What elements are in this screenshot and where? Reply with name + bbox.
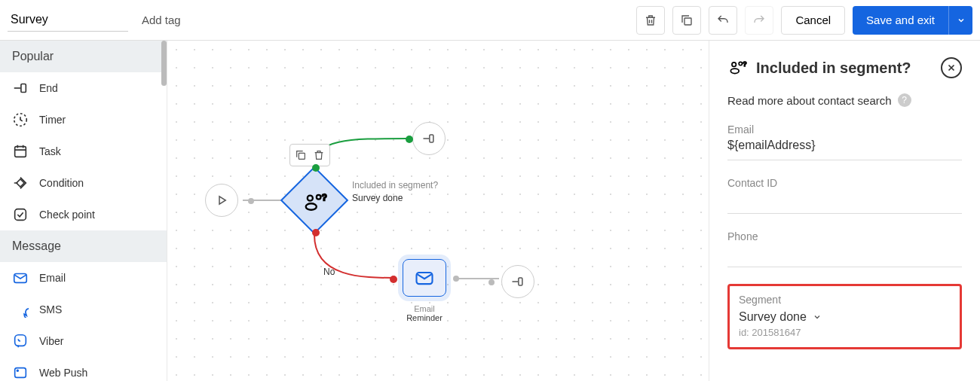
field-segment-highlighted: Segment Survey done id: 201581647 [727, 284, 962, 349]
save-options-caret[interactable] [948, 6, 972, 35]
section-message: Message [0, 230, 167, 262]
svg-rect-10 [299, 153, 305, 159]
cancel-button[interactable]: Cancel [781, 6, 845, 35]
viber-icon [12, 333, 29, 349]
end-icon [510, 274, 525, 289]
field-value[interactable] [727, 192, 962, 209]
copy-icon [680, 14, 694, 27]
email-caption: Email Reminder [400, 304, 449, 322]
svg-point-12 [306, 203, 317, 210]
sidebar-item-end[interactable]: End [0, 72, 167, 104]
email-icon [414, 267, 435, 288]
field-label: Phone [727, 230, 962, 242]
field-contact-id[interactable]: Contact ID [727, 177, 962, 214]
close-icon [946, 62, 957, 73]
connector-out[interactable] [453, 276, 459, 282]
svg-point-11 [308, 196, 313, 201]
edge-no-label: No [323, 267, 335, 277]
svg-rect-0 [684, 18, 691, 25]
svg-rect-17 [519, 278, 522, 285]
sidebar-item-label: Timer [39, 114, 66, 126]
add-tag-button[interactable]: Add tag [136, 9, 187, 31]
save-and-exit-button[interactable]: Save and exit [853, 6, 948, 35]
redo-button[interactable] [745, 6, 773, 35]
section-popular: Popular [0, 41, 167, 72]
end-node-after-email[interactable] [501, 265, 534, 298]
email-icon [12, 270, 29, 286]
sidebar-item-viber[interactable]: Viber [0, 325, 167, 357]
duplicate-button[interactable] [672, 6, 701, 35]
play-icon [215, 194, 228, 207]
sidebar-item-checkpoint[interactable]: Check point [0, 199, 167, 230]
scrollbar[interactable] [161, 41, 167, 86]
task-icon [12, 143, 29, 160]
canvas-dots [167, 41, 709, 381]
sidebar-item-email[interactable]: Email [0, 262, 167, 294]
connector-yes[interactable] [312, 164, 320, 172]
connector-dot[interactable] [248, 198, 254, 204]
sidebar-item-timer[interactable]: Timer [0, 104, 167, 136]
field-label: Segment [739, 294, 951, 306]
segment-select[interactable]: Survey done [739, 310, 951, 324]
properties-panel: ? Included in segment? Read more about c… [709, 41, 980, 381]
connector-dot[interactable] [406, 136, 413, 143]
sidebar-item-label: Condition [39, 177, 84, 189]
svg-point-9 [17, 370, 18, 371]
checkpoint-icon [12, 206, 29, 223]
email-node[interactable]: Email Reminder [400, 259, 449, 322]
segment-icon: ? [727, 58, 747, 78]
sidebar-item-label: SMS [39, 303, 62, 315]
sidebar-item-condition[interactable]: Condition [0, 167, 167, 199]
sidebar-item-task[interactable]: Task [0, 136, 167, 167]
segment-icon: ? [302, 190, 327, 215]
start-node[interactable] [205, 184, 238, 217]
svg-text:?: ? [743, 60, 747, 68]
sidebar-item-label: Web Push [39, 367, 87, 379]
undo-button[interactable] [709, 6, 737, 35]
node-copy-button[interactable] [292, 147, 309, 163]
condition-labels: Included in segment? Survey done [352, 179, 438, 205]
end-icon [421, 131, 436, 146]
help-icon[interactable]: ? [898, 93, 911, 107]
read-more-link[interactable]: Read more about contact search ? [727, 93, 962, 107]
node-toolbar [289, 144, 330, 166]
sidebar-item-sms[interactable]: SMS [0, 294, 167, 325]
svg-point-18 [732, 62, 736, 66]
condition-icon [12, 175, 29, 191]
connector-in[interactable] [390, 276, 397, 283]
svg-rect-1 [21, 84, 26, 93]
delete-button[interactable] [636, 6, 665, 35]
close-panel-button[interactable] [941, 57, 962, 78]
sidebar-item-label: Viber [39, 335, 63, 347]
field-label: Email [727, 123, 962, 136]
segment-id: id: 201581647 [739, 327, 951, 338]
workflow-canvas[interactable]: ? Included in segment? Survey done No Em… [167, 41, 709, 381]
field-phone[interactable]: Phone [727, 230, 962, 267]
topbar: Add tag Cancel Save and exit [0, 0, 980, 41]
svg-rect-8 [15, 368, 26, 378]
trash-icon [644, 14, 657, 27]
field-value[interactable]: ${emailAddress} [727, 139, 962, 155]
condition-node[interactable]: ? [280, 166, 348, 234]
timer-icon [12, 111, 29, 128]
field-value[interactable] [727, 245, 962, 262]
redo-icon [752, 14, 766, 27]
sidebar-item-label: Check point [39, 209, 95, 221]
connector-no[interactable] [312, 229, 320, 236]
svg-rect-5 [15, 209, 26, 221]
svg-rect-15 [430, 135, 433, 142]
sidebar-item-label: Task [39, 145, 61, 157]
svg-text:?: ? [322, 193, 326, 202]
field-email[interactable]: Email ${emailAddress} [727, 123, 962, 160]
field-label: Contact ID [727, 177, 962, 189]
chevron-down-icon [957, 16, 966, 25]
sidebar-item-webpush[interactable]: Web Push [0, 357, 167, 381]
blocks-sidebar: Popular End Timer Task Condition Check p… [0, 41, 167, 381]
workflow-name-input[interactable] [8, 8, 128, 32]
connector-dot[interactable] [488, 279, 495, 285]
webpush-icon [12, 364, 29, 381]
end-node-yes[interactable] [412, 122, 446, 155]
node-delete-button[interactable] [311, 147, 327, 163]
svg-point-19 [730, 69, 739, 74]
svg-point-13 [317, 195, 321, 200]
